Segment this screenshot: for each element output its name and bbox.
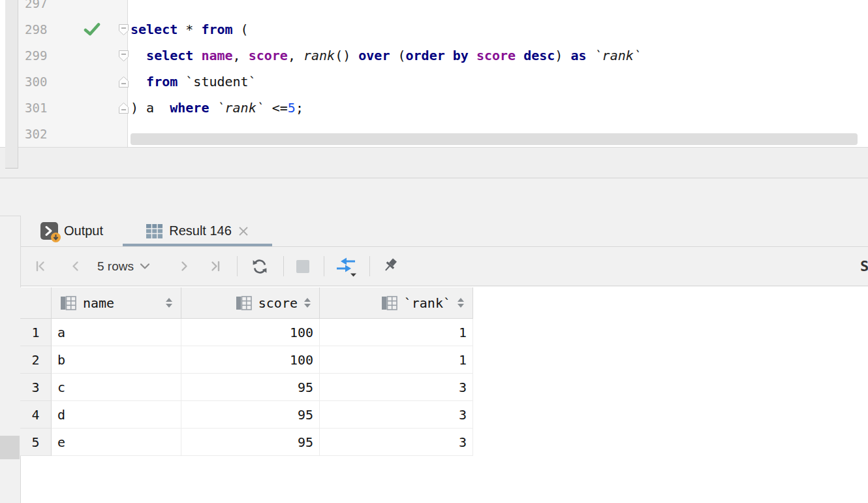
code-token: select <box>131 22 178 37</box>
stop-button[interactable] <box>295 247 311 285</box>
column-header-1[interactable]: name <box>52 287 181 319</box>
code-token <box>131 48 146 63</box>
line-number: 301 <box>25 95 70 121</box>
fold-marker-up-icon[interactable] <box>118 69 130 95</box>
table-row: 2b1001 <box>20 346 473 374</box>
fold-marker-down-icon[interactable] <box>118 42 130 69</box>
close-icon[interactable] <box>238 225 249 237</box>
sort-arrows-icon[interactable] <box>304 298 311 308</box>
line-number: 302 <box>25 121 70 147</box>
data-cell[interactable]: 100 <box>181 346 320 374</box>
row-number-cell[interactable]: 2 <box>20 346 52 374</box>
previous-page-button[interactable] <box>69 247 81 285</box>
code-line: from `student` <box>131 69 256 95</box>
row-number-cell[interactable]: 3 <box>20 374 52 401</box>
sql-editor[interactable]: 297298select * from (299 select name, sc… <box>0 0 868 147</box>
code-token <box>516 48 523 63</box>
data-cell[interactable]: 95 <box>181 374 320 401</box>
chevron-down-icon <box>140 263 150 270</box>
code-token: , <box>233 48 249 63</box>
editor-panel-splitter[interactable] <box>0 147 868 178</box>
data-cell[interactable]: a <box>52 319 181 346</box>
code-token: , <box>288 48 303 63</box>
toolbar-separator <box>283 256 284 276</box>
code-token: where <box>170 100 209 116</box>
result-toolbar: 5 rows <box>21 247 868 286</box>
code-line: select name, score, rank() over (order b… <box>131 42 642 69</box>
data-cell[interactable]: c <box>52 374 181 401</box>
data-cell[interactable]: d <box>52 401 181 429</box>
code-token: as <box>570 48 586 63</box>
column-header-2[interactable]: score <box>181 287 320 319</box>
line-number: 299 <box>25 42 70 69</box>
line-number: 300 <box>25 69 70 95</box>
table-row: 3c953 <box>20 374 473 401</box>
last-page-button[interactable] <box>209 247 224 285</box>
toolbar-separator <box>369 256 370 276</box>
data-cell[interactable]: 1 <box>320 346 473 374</box>
data-cell[interactable]: 95 <box>181 429 320 456</box>
column-icon <box>381 296 397 310</box>
pin-icon <box>380 257 400 276</box>
tab-output[interactable]: Output <box>31 216 117 246</box>
data-cell[interactable]: 1 <box>320 319 473 346</box>
toolbar-separator <box>324 256 324 276</box>
first-page-button[interactable] <box>35 247 49 285</box>
code-token: ; <box>296 100 303 116</box>
data-cell[interactable]: b <box>52 346 181 374</box>
code-token: over <box>358 48 390 63</box>
column-header-label: `rank` <box>404 295 451 311</box>
column-header-3[interactable]: `rank` <box>320 287 473 319</box>
sort-arrows-icon[interactable] <box>166 298 172 308</box>
code-token: desc <box>523 48 555 63</box>
editor-horizontal-scrollbar[interactable] <box>131 133 858 145</box>
code-token: ) a <box>131 100 170 116</box>
fold-marker-down-icon[interactable] <box>118 16 130 42</box>
datagrip-window: 297298select * from (299 select name, sc… <box>0 0 868 503</box>
line-number: 297 <box>25 0 70 16</box>
console-output-icon <box>40 222 58 240</box>
code-token <box>193 48 201 63</box>
compare-data-button[interactable] <box>335 247 358 285</box>
data-cell[interactable]: e <box>52 429 181 456</box>
column-icon <box>236 296 252 310</box>
code-token <box>131 74 146 89</box>
table-row: 1a1001 <box>20 319 473 346</box>
row-number-cell[interactable]: 1 <box>20 319 52 346</box>
grid-header-row: namescore`rank` <box>20 287 473 319</box>
left-edge-strip <box>5 0 18 169</box>
data-cell[interactable]: 3 <box>320 401 473 429</box>
selected-tab-underline <box>123 244 272 246</box>
code-token: rank <box>303 48 335 63</box>
tab-output-label: Output <box>64 223 103 238</box>
data-cell[interactable]: 95 <box>181 401 320 429</box>
sort-arrows-icon[interactable] <box>457 298 464 308</box>
fold-marker-up-icon[interactable] <box>118 95 130 121</box>
code-token: `student` <box>178 74 256 89</box>
code-token <box>209 100 217 116</box>
compare-icon <box>335 255 358 277</box>
pin-tab-button[interactable] <box>380 247 400 285</box>
code-token: ) <box>555 48 570 63</box>
refresh-button[interactable] <box>251 247 269 285</box>
tab-result-label: Result 146 <box>169 223 232 238</box>
page-size-dropdown[interactable]: 5 rows <box>97 247 150 285</box>
code-token <box>469 48 476 63</box>
column-header-label: name <box>83 295 114 311</box>
panel-scrollbar-thumb[interactable] <box>0 436 20 459</box>
data-cell[interactable]: 3 <box>320 374 473 401</box>
table-row: 4d953 <box>20 401 473 429</box>
code-line: ) a where `rank` <=5; <box>131 95 303 121</box>
download-badge-icon <box>51 233 61 242</box>
row-number-cell[interactable]: 4 <box>20 401 52 429</box>
data-cell[interactable]: 100 <box>181 319 320 346</box>
column-icon <box>60 296 76 310</box>
code-token: * <box>178 22 201 37</box>
row-number-cell[interactable]: 5 <box>20 429 52 456</box>
tab-result[interactable]: Result 146 <box>123 216 272 246</box>
code-token: ( <box>390 48 405 63</box>
code-token: from <box>146 74 178 89</box>
line-number: 298 <box>25 16 70 42</box>
data-cell[interactable]: 3 <box>320 429 473 456</box>
next-page-button[interactable] <box>179 247 191 285</box>
